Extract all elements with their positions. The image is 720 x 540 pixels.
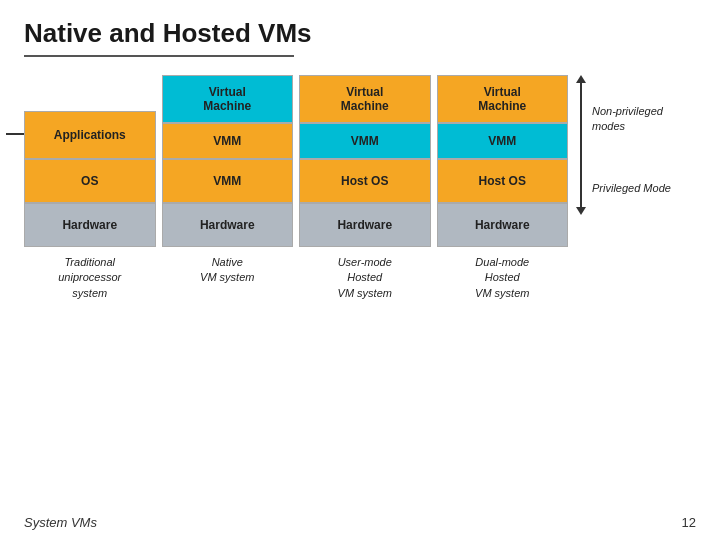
col-user-mode: VirtualMachine VMM Host OS Hardware User… (299, 75, 431, 301)
horiz-line-left (6, 133, 24, 135)
col2-vmm-inner: VMM (162, 123, 294, 159)
col4-caption: Dual-modeHostedVM system (437, 255, 569, 301)
col3-hardware: Hardware (299, 203, 431, 247)
privileged-annotation: Privileged Mode (576, 163, 671, 215)
col-dual-mode: VirtualMachine VMM Host OS Hardware Dual… (437, 75, 569, 301)
col1-applications: Applications (24, 111, 156, 159)
non-privileged-annotation: Non-privileged modes (576, 75, 696, 163)
arrow-line-vertical (580, 83, 582, 163)
arrow-up-icon (576, 75, 586, 83)
col-native: VirtualMachine VMM VMM Hardware NativeVM… (162, 75, 294, 301)
arrow-down-icon (576, 207, 586, 215)
col1-caption: Traditionaluniprocessorsystem (24, 255, 156, 301)
page-number: 12 (682, 515, 696, 530)
col4-hostos: Host OS (437, 159, 569, 203)
privileged-label: Privileged Mode (592, 181, 671, 196)
col2-vmm2: VMM (162, 159, 294, 203)
non-privileged-label: Non-privileged modes (592, 104, 696, 135)
col1-hardware: Hardware (24, 203, 156, 247)
right-annotations: Non-privileged modes Privileged Mode (576, 75, 696, 215)
col4-vm: VirtualMachine (437, 75, 569, 123)
col4-vmm: VMM (437, 123, 569, 159)
col3-hostos: Host OS (299, 159, 431, 203)
footer-label: System VMs (24, 515, 97, 530)
col2-hardware: Hardware (162, 203, 294, 247)
page: Native and Hosted VMs Applications OS Ha… (0, 0, 720, 540)
col2-vm: VirtualMachine (162, 75, 294, 123)
col3-vmm: VMM (299, 123, 431, 159)
title-underline (24, 55, 294, 57)
col4-hardware: Hardware (437, 203, 569, 247)
col3-caption: User-modeHostedVM system (299, 255, 431, 301)
col2-caption: NativeVM system (162, 255, 294, 286)
arrow-line-vertical2 (580, 163, 582, 207)
page-title: Native and Hosted VMs (24, 18, 696, 49)
footer: System VMs 12 (24, 515, 696, 530)
col3-vm: VirtualMachine (299, 75, 431, 123)
col1-os: OS (24, 159, 156, 203)
col-traditional: Applications OS Hardware Traditionalunip… (24, 75, 156, 301)
col1-spacer (24, 75, 156, 111)
